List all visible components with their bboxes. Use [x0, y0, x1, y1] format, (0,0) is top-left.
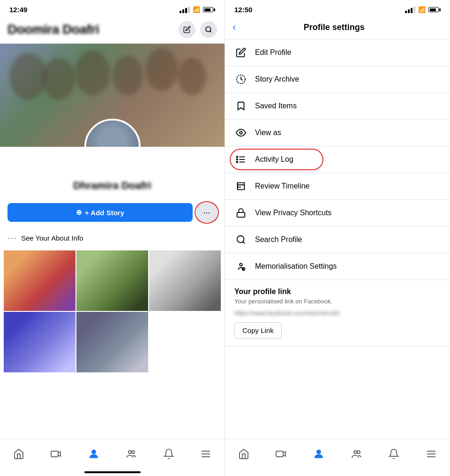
- battery-icon-right: [428, 7, 441, 12]
- svg-point-27: [357, 451, 360, 453]
- view-as-label: View as: [255, 128, 281, 137]
- svg-point-26: [354, 451, 357, 453]
- nav-watch-right[interactable]: [275, 448, 286, 460]
- svg-rect-2: [51, 451, 58, 457]
- menu-item-memorialisation[interactable]: Memorialisation Settings: [225, 253, 450, 280]
- photo-cell-5[interactable]: [76, 312, 148, 372]
- figure-4: [112, 55, 143, 95]
- svg-line-1: [210, 31, 211, 32]
- home-icon-right: [238, 448, 249, 460]
- svg-point-17: [236, 161, 238, 163]
- menu-icon-left: [200, 448, 211, 460]
- battery-icon: [203, 7, 215, 12]
- newspaper-icon: [234, 180, 248, 193]
- svg-marker-24: [283, 452, 285, 456]
- edit-icon-btn[interactable]: [179, 21, 195, 38]
- nav-home-right[interactable]: [238, 448, 249, 460]
- more-button[interactable]: ···: [196, 203, 217, 222]
- profile-link-url: https://www.facebook.com/doenrdroofri: [234, 310, 441, 317]
- profile-link-section: Your profile link Your personalised link…: [225, 280, 450, 347]
- menu-item-view-as[interactable]: View as: [225, 120, 450, 146]
- header-icons: [179, 21, 217, 38]
- status-bar-left: 12:49 📶: [0, 0, 225, 17]
- bell-icon-left: [163, 448, 174, 460]
- time-right: 12:50: [234, 6, 252, 14]
- right-panel: 12:50 📶 ‹ Profile settings: [225, 0, 450, 476]
- nav-menu-left[interactable]: [200, 448, 211, 460]
- nav-friends-left[interactable]: [126, 448, 137, 460]
- wifi-icon: 📶: [193, 6, 200, 13]
- about-info-row[interactable]: ··· See Your About Info: [0, 227, 225, 249]
- profile-info-section: Dhramira Doafri: [0, 180, 225, 203]
- svg-point-11: [240, 131, 242, 134]
- profile-icon-left: [88, 448, 100, 460]
- about-dots-icon: ···: [8, 233, 17, 243]
- figure-3: [75, 51, 110, 95]
- nav-bell-left[interactable]: [163, 448, 174, 460]
- add-story-plus: ⊕: [76, 208, 82, 217]
- photo-cell-1[interactable]: [4, 250, 75, 311]
- saved-items-label: Saved Items: [255, 102, 297, 110]
- gear-person-icon: [234, 260, 248, 273]
- photo-cell-2[interactable]: [76, 250, 148, 311]
- search-profile-label: Search Profile: [255, 235, 302, 244]
- home-indicator-left: [84, 471, 141, 473]
- left-panel: 12:49 📶 Doomira Doafri: [0, 0, 225, 476]
- svg-point-5: [128, 451, 131, 453]
- bookmark-icon: [234, 99, 248, 113]
- photo-cell-3[interactable]: [149, 250, 221, 311]
- search-header-icon: [205, 26, 212, 33]
- svg-point-0: [206, 27, 211, 32]
- add-story-button[interactable]: ⊕ + Add Story: [8, 203, 193, 222]
- nav-bell-right[interactable]: [388, 448, 399, 460]
- review-timeline-label: Review Timeline: [255, 182, 309, 190]
- back-button[interactable]: ‹: [232, 21, 236, 33]
- svg-point-15: [236, 156, 238, 158]
- profile-name: Doomira Doafri: [8, 22, 99, 37]
- add-story-label: + Add Story: [85, 209, 124, 217]
- menu-item-view-privacy[interactable]: View Privacy Shortcuts: [225, 200, 450, 227]
- svg-point-6: [132, 451, 135, 453]
- profile-link-title: Your profile link: [234, 287, 441, 296]
- menu-item-review-timeline[interactable]: Review Timeline: [225, 173, 450, 200]
- photo-cell-4[interactable]: [4, 312, 75, 372]
- figure-1: [9, 53, 47, 100]
- photo-grid: [4, 250, 221, 372]
- nav-home-left[interactable]: [13, 448, 24, 460]
- figure-2: [42, 58, 75, 100]
- menu-item-story-archive[interactable]: Story Archive: [225, 66, 450, 93]
- nav-friends-right[interactable]: [351, 448, 362, 460]
- copy-link-button[interactable]: Copy Link: [234, 322, 282, 339]
- menu-item-edit-profile[interactable]: Edit Profile: [225, 39, 450, 66]
- friends-icon-left: [126, 448, 137, 460]
- menu-item-saved-items[interactable]: Saved Items: [225, 93, 450, 120]
- menu-list: Edit Profile Story Archive Saved Items: [225, 39, 450, 476]
- bottom-nav-right: [225, 438, 450, 476]
- bell-icon-right: [388, 448, 399, 460]
- wifi-icon-right: 📶: [418, 6, 426, 13]
- nav-profile-right[interactable]: [313, 448, 325, 460]
- svg-rect-18: [237, 212, 245, 217]
- status-icons-left: 📶: [180, 6, 215, 13]
- list-icon: [234, 153, 248, 166]
- status-bar-right: 12:50 📶: [225, 0, 450, 17]
- time-left: 12:49: [9, 6, 27, 14]
- settings-title: Profile settings: [241, 23, 427, 32]
- nav-menu-right[interactable]: [426, 448, 437, 460]
- cover-photo: 📷: [0, 44, 225, 147]
- more-dots-label: ···: [203, 208, 210, 218]
- activity-log-label: Activity Log: [255, 155, 293, 164]
- home-icon-left: [13, 448, 24, 460]
- figure-5: [145, 48, 178, 91]
- search-icon-btn[interactable]: [200, 21, 217, 38]
- menu-item-search-profile[interactable]: Search Profile: [225, 227, 450, 253]
- nav-watch-left[interactable]: [50, 448, 61, 460]
- video-icon-right: [275, 448, 286, 460]
- profile-header: Doomira Doafri: [0, 17, 225, 44]
- nav-profile-left[interactable]: [88, 448, 100, 460]
- eye-icon: [234, 126, 248, 139]
- svg-point-25: [317, 450, 321, 454]
- svg-rect-23: [276, 451, 283, 457]
- menu-item-activity-log[interactable]: Activity Log: [225, 146, 450, 173]
- svg-point-21: [240, 264, 242, 266]
